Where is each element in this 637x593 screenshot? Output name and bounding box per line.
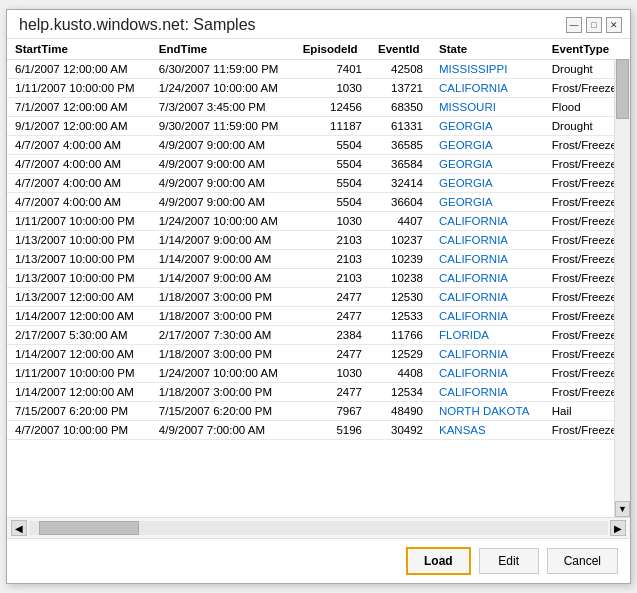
table-row: 4/7/2007 10:00:00 PM4/9/2007 7:00:00 AM5… — [7, 421, 630, 440]
table-cell: 2103 — [295, 269, 370, 288]
table-cell: 9/30/2007 11:59:00 PM — [151, 117, 295, 136]
table-cell: 12530 — [370, 288, 431, 307]
table-cell: CALIFORNIA — [431, 212, 544, 231]
table-cell: 2384 — [295, 326, 370, 345]
table-cell: GEORGIA — [431, 117, 544, 136]
table-cell: GEORGIA — [431, 193, 544, 212]
table-cell: 4/7/2007 4:00:00 AM — [7, 136, 151, 155]
load-button[interactable]: Load — [406, 547, 471, 575]
table-cell: 12533 — [370, 307, 431, 326]
table-row: 1/14/2007 12:00:00 AM1/18/2007 3:00:00 P… — [7, 345, 630, 364]
table-row: 1/14/2007 12:00:00 AM1/18/2007 3:00:00 P… — [7, 383, 630, 402]
table-cell: NORTH DAKOTA — [431, 402, 544, 421]
table-cell: 2477 — [295, 288, 370, 307]
table-cell: 12529 — [370, 345, 431, 364]
table-cell: 36584 — [370, 155, 431, 174]
table-cell: 1030 — [295, 212, 370, 231]
table-cell: 4/9/2007 7:00:00 AM — [151, 421, 295, 440]
table-cell: 2/17/2007 7:30:00 AM — [151, 326, 295, 345]
edit-button[interactable]: Edit — [479, 548, 539, 574]
table-cell: 12534 — [370, 383, 431, 402]
scroll-track[interactable] — [615, 55, 630, 501]
table-row: 7/15/2007 6:20:00 PM7/15/2007 6:20:00 PM… — [7, 402, 630, 421]
vertical-scrollbar[interactable]: ▲ ▼ — [614, 39, 630, 517]
table-cell: 2477 — [295, 383, 370, 402]
table-cell: 5196 — [295, 421, 370, 440]
table-cell: 2/17/2007 5:30:00 AM — [7, 326, 151, 345]
h-scroll-thumb[interactable] — [39, 521, 139, 535]
table-cell: GEORGIA — [431, 136, 544, 155]
table-container: StartTime EndTime EpisodeId EventId Stat… — [7, 39, 630, 517]
table-cell: 4407 — [370, 212, 431, 231]
table-cell: 1/14/2007 9:00:00 AM — [151, 250, 295, 269]
table-cell: 6/1/2007 12:00:00 AM — [7, 60, 151, 79]
table-cell: 1030 — [295, 364, 370, 383]
table-cell: CALIFORNIA — [431, 307, 544, 326]
table-cell: 1/18/2007 3:00:00 PM — [151, 345, 295, 364]
scroll-right-button[interactable]: ▶ — [610, 520, 626, 536]
maximize-button[interactable]: □ — [586, 17, 602, 33]
table-cell: 48490 — [370, 402, 431, 421]
table-cell: 61331 — [370, 117, 431, 136]
col-header-endtime: EndTime — [151, 39, 295, 60]
table-row: 1/13/2007 10:00:00 PM1/14/2007 9:00:00 A… — [7, 250, 630, 269]
table-row: 1/14/2007 12:00:00 AM1/18/2007 3:00:00 P… — [7, 307, 630, 326]
table-cell: 1/13/2007 12:00:00 AM — [7, 288, 151, 307]
table-cell: 36585 — [370, 136, 431, 155]
table-cell: CALIFORNIA — [431, 383, 544, 402]
table-cell: 13721 — [370, 79, 431, 98]
minimize-button[interactable]: — — [566, 17, 582, 33]
table-header-row: StartTime EndTime EpisodeId EventId Stat… — [7, 39, 630, 60]
table-cell: CALIFORNIA — [431, 288, 544, 307]
table-cell: 1/13/2007 10:00:00 PM — [7, 250, 151, 269]
table-cell: CALIFORNIA — [431, 231, 544, 250]
col-header-eventid: EventId — [370, 39, 431, 60]
footer: Load Edit Cancel — [7, 538, 630, 583]
table-cell: MISSISSIPPI — [431, 60, 544, 79]
table-row: 4/7/2007 4:00:00 AM4/9/2007 9:00:00 AM55… — [7, 155, 630, 174]
table-cell: 1/14/2007 9:00:00 AM — [151, 231, 295, 250]
h-scroll-track[interactable] — [29, 521, 608, 535]
table-cell: GEORGIA — [431, 155, 544, 174]
scroll-left-button[interactable]: ◀ — [11, 520, 27, 536]
col-header-episodeid: EpisodeId — [295, 39, 370, 60]
table-cell: 1030 — [295, 79, 370, 98]
table-row: 4/7/2007 4:00:00 AM4/9/2007 9:00:00 AM55… — [7, 193, 630, 212]
table-cell: CALIFORNIA — [431, 345, 544, 364]
table-cell: 1/14/2007 12:00:00 AM — [7, 307, 151, 326]
table-cell: 4/9/2007 9:00:00 AM — [151, 136, 295, 155]
table-cell: 7/3/2007 3:45:00 PM — [151, 98, 295, 117]
col-header-state: State — [431, 39, 544, 60]
table-cell: 1/13/2007 10:00:00 PM — [7, 269, 151, 288]
table-cell: 6/30/2007 11:59:00 PM — [151, 60, 295, 79]
scroll-thumb[interactable] — [616, 59, 629, 119]
table-cell: GEORGIA — [431, 174, 544, 193]
table-cell: 1/14/2007 12:00:00 AM — [7, 345, 151, 364]
table-cell: 32414 — [370, 174, 431, 193]
table-cell: CALIFORNIA — [431, 250, 544, 269]
table-cell: 10237 — [370, 231, 431, 250]
table-cell: MISSOURI — [431, 98, 544, 117]
data-table: StartTime EndTime EpisodeId EventId Stat… — [7, 39, 630, 440]
table-cell: 1/13/2007 10:00:00 PM — [7, 231, 151, 250]
window-title: help.kusto.windows.net: Samples — [19, 16, 256, 34]
main-window: help.kusto.windows.net: Samples — □ ✕ St… — [6, 9, 631, 584]
table-cell: 2477 — [295, 345, 370, 364]
table-cell: 1/18/2007 3:00:00 PM — [151, 383, 295, 402]
table-cell: 12456 — [295, 98, 370, 117]
title-bar: help.kusto.windows.net: Samples — □ ✕ — [7, 10, 630, 39]
table-row: 9/1/2007 12:00:00 AM9/30/2007 11:59:00 P… — [7, 117, 630, 136]
table-cell: 4/7/2007 4:00:00 AM — [7, 155, 151, 174]
scroll-down-button[interactable]: ▼ — [615, 501, 630, 517]
cancel-button[interactable]: Cancel — [547, 548, 618, 574]
table-cell: 10238 — [370, 269, 431, 288]
table-cell: 7967 — [295, 402, 370, 421]
table-cell: 1/11/2007 10:00:00 PM — [7, 79, 151, 98]
window-controls: — □ ✕ — [566, 17, 622, 33]
close-button[interactable]: ✕ — [606, 17, 622, 33]
table-row: 1/11/2007 10:00:00 PM1/24/2007 10:00:00 … — [7, 79, 630, 98]
table-cell: 1/18/2007 3:00:00 PM — [151, 307, 295, 326]
table-cell: KANSAS — [431, 421, 544, 440]
table-row: 1/11/2007 10:00:00 PM1/24/2007 10:00:00 … — [7, 364, 630, 383]
table-cell: 30492 — [370, 421, 431, 440]
